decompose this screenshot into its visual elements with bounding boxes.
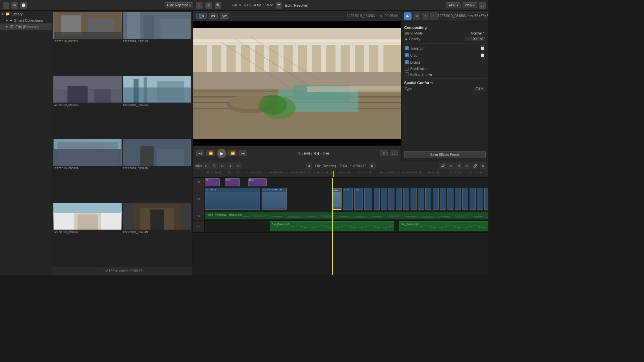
zoom-control[interactable]: 44% ▾ xyxy=(446,2,460,8)
tl-btn-3[interactable]: ⊡ xyxy=(219,163,226,169)
sidebar-item-library[interactable]: ▶ 📁 Library xyxy=(0,11,52,17)
save-preset-button[interactable]: Save Effects Preset xyxy=(404,151,486,158)
stabilization-checkbox[interactable] xyxy=(405,67,409,71)
tl-audio-btn[interactable]: 🔊 xyxy=(439,163,446,169)
a1-clip-seagulls[interactable]: 78389__inchadney__seagulls.wav xyxy=(205,212,488,219)
triangle-icon-3: ▶ xyxy=(6,25,8,28)
crop-checkbox[interactable]: ✓ xyxy=(405,53,409,57)
type-dropdown[interactable]: Fill ⌃ xyxy=(474,87,485,91)
viewer-globe-btn[interactable]: 🌐▾ xyxy=(196,13,207,19)
clip-v1-12[interactable] xyxy=(418,188,424,210)
inspector-audio-icon[interactable]: ♪ xyxy=(422,12,429,20)
tl-nav-left[interactable]: ◀ xyxy=(306,163,312,169)
viewer-transform-btn[interactable]: ⟳▾ xyxy=(209,13,218,19)
viewer-effect-btn[interactable]: ◎▾ xyxy=(220,13,229,19)
tl-toolbar-left: Index ⊞ ☰ ⊡ ▾ ▷ xyxy=(195,163,242,169)
v1-content: 12272019... 12272019_084737.mov 12272019… xyxy=(205,187,488,211)
clip-v1-16[interactable] xyxy=(447,188,453,210)
thumbnail-item[interactable]: 12272019_093939 xyxy=(53,139,122,202)
transport-forward-btn[interactable]: ⏩ xyxy=(228,150,237,156)
view-button[interactable]: View ▾ xyxy=(463,2,477,8)
clip-v1-11[interactable] xyxy=(411,188,417,210)
clip-v1-0[interactable]: 12272019... xyxy=(205,188,260,210)
a2-clip-1[interactable]: Oud_Dance.mp3 xyxy=(270,221,394,231)
clip-rich-3[interactable]: Rich xyxy=(248,178,267,186)
tl-close-btn[interactable]: ✕ xyxy=(480,163,486,169)
sidebar-item-smart-collections[interactable]: ▶ ★ Smart Collections xyxy=(0,17,52,23)
transform-checkbox[interactable]: ✓ xyxy=(405,46,409,50)
tl-nav-right[interactable]: ▶ xyxy=(369,163,376,169)
fullscreen-viewer-btn[interactable]: ⛶ xyxy=(390,150,398,156)
play-button[interactable]: ▶ xyxy=(217,149,226,158)
bottom-section: Index ⊞ ☰ ⊡ ▾ ▷ ◀ Edit (Resolve) 05:04 /… xyxy=(193,161,488,275)
transport-back-btn[interactable]: ⏪ xyxy=(206,150,215,156)
clip-v1-3[interactable]: 12272... xyxy=(343,188,353,210)
clip-selected[interactable]: 12272019_0... xyxy=(332,188,341,210)
tl-btn-5[interactable]: ▷ xyxy=(235,163,242,169)
a2-clip-2[interactable]: Oud_Dance.mp3 xyxy=(399,221,488,231)
inspector-video-icon[interactable]: ▶ xyxy=(404,12,412,20)
list-view-icon[interactable]: ☰ xyxy=(196,2,203,9)
distort-expand-icon[interactable]: ⟁ xyxy=(480,60,485,65)
viewer-controls: ⏮ ⏪ ▶ ⏩ ⏭ 1:00:34:20 ⏸ ⛶ xyxy=(193,145,401,161)
crop-expand-icon[interactable]: ⬜ xyxy=(480,53,485,58)
clip-v1-17[interactable] xyxy=(455,188,461,210)
clip-v1-13[interactable] xyxy=(425,188,431,210)
tl-link-btn[interactable]: 🔗 xyxy=(472,163,478,169)
clip-v1-5[interactable] xyxy=(364,188,372,210)
clip-v1-20[interactable] xyxy=(477,188,483,210)
tl-solo-btn[interactable]: S xyxy=(447,163,454,169)
clip-v1-19[interactable] xyxy=(470,188,476,210)
transport-prev-btn[interactable]: ⏮ xyxy=(196,150,204,156)
hide-rejected-button[interactable]: Hide Rejected ▾ xyxy=(165,2,193,8)
svg-rect-37 xyxy=(250,44,255,72)
clip-v1-9[interactable] xyxy=(396,188,402,210)
search-icon[interactable]: 🔍 xyxy=(215,2,221,9)
key-icon[interactable]: ⌘ xyxy=(11,2,18,9)
distort-checkbox[interactable]: ✓ xyxy=(405,60,409,64)
thumbnail-item[interactable]: 12272019_093833 xyxy=(53,76,122,139)
clip-v1-15[interactable] xyxy=(440,188,446,210)
rolling-shutter-checkbox[interactable] xyxy=(405,72,409,76)
clip-v1-7[interactable] xyxy=(381,188,387,210)
svg-rect-5 xyxy=(127,12,140,39)
timeline-ruler: 01:00:00:00 01:00:10:00 01:00:20:00 01:0… xyxy=(193,171,488,178)
thumbnail-item[interactable]: 12272019_093724 xyxy=(53,12,122,75)
tl-snap-btn[interactable]: ⊞ xyxy=(464,163,470,169)
clip-rich-1[interactable]: Rich xyxy=(205,178,220,186)
clip-v1-10[interactable] xyxy=(403,188,409,210)
blend-mode-dropdown[interactable]: Normal ⌃ xyxy=(471,32,485,35)
clip-v1-14[interactable] xyxy=(433,188,439,210)
tl-btn-1[interactable]: ⊞ xyxy=(203,163,210,169)
clip-rich-2[interactable]: Rich xyxy=(225,178,240,186)
thumbnail-item[interactable]: 12272019_093813 xyxy=(123,12,192,75)
thumbnail-item[interactable]: 12272019_093904 xyxy=(123,76,192,139)
clip-v1-8[interactable] xyxy=(388,188,394,210)
inspector-filter-icon[interactable]: ⚙ xyxy=(413,12,420,20)
thumbnail-item[interactable]: 12272019_094032 xyxy=(53,203,122,266)
inspector-info-icon[interactable]: ℹ xyxy=(430,12,438,20)
pause-btn[interactable]: ⏸ xyxy=(380,150,388,156)
tl-btn-2[interactable]: ☰ xyxy=(211,163,218,169)
thumbnail-item[interactable]: 12272019_093949 xyxy=(123,139,192,202)
clip-v1-18[interactable] xyxy=(462,188,468,210)
tl-btn-4[interactable]: ▾ xyxy=(227,163,234,169)
fullscreen-icon[interactable]: ⛶ xyxy=(479,2,486,9)
tl-mute-btn[interactable]: M xyxy=(455,163,462,169)
svg-rect-45 xyxy=(364,44,369,72)
index-button[interactable]: Index xyxy=(195,163,202,169)
clip-v1-21[interactable] xyxy=(484,188,488,210)
thumbnail-item[interactable]: 12272019_094049 xyxy=(123,203,192,266)
clip-v1-6[interactable] xyxy=(374,188,380,210)
svg-rect-10 xyxy=(67,86,88,103)
clip-v1-4[interactable]: 1227... xyxy=(354,188,363,210)
camera-icon[interactable]: 📷 xyxy=(276,2,282,9)
transport-next-btn[interactable]: ⏭ xyxy=(239,150,247,156)
grid-view-icon[interactable]: ⊞ xyxy=(205,2,212,9)
timeline: 01:00:00:00 01:00:10:00 01:00:20:00 01:0… xyxy=(193,171,488,275)
transform-expand-icon[interactable]: ⬜ xyxy=(480,46,485,51)
clip-084737[interactable]: 12272019_084737.mov xyxy=(262,188,287,210)
clock-icon[interactable]: 🕐 xyxy=(20,2,27,9)
sidebar-item-edit-resolve[interactable]: ▶ 🎬 Edit (Resolve) xyxy=(0,23,52,30)
arrow-up-icon[interactable]: ↑ xyxy=(3,2,9,9)
